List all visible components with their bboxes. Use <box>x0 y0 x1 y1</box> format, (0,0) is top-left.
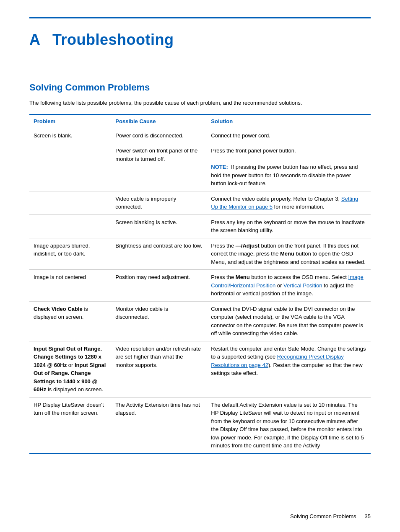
bold-menu2: Menu <box>236 274 250 280</box>
solution-cell: The default Activity Extension value is … <box>207 397 371 453</box>
table-row: Power switch on front panel of the monit… <box>29 143 371 191</box>
cause-cell: Video resolution and/or refresh rate are… <box>111 341 207 397</box>
solution-cell: Connect the power cord. <box>207 128 371 143</box>
link-preset-display[interactable]: Recognizing Preset Display Resolutions o… <box>211 354 344 368</box>
table-row: Video cable is improperly connected. Con… <box>29 191 371 214</box>
cause-cell: Position may need adjustment. <box>111 270 207 302</box>
problem-cell <box>29 214 111 238</box>
table-row: HP Display LiteSaver doesn't turn off th… <box>29 397 371 453</box>
problem-cell: Image is not centered <box>29 270 111 302</box>
footer-label: Solving Common Problems <box>290 513 356 519</box>
section-title: Solving Common Problems <box>29 82 371 93</box>
table-row: Check Video Cable is displayed on screen… <box>29 301 371 341</box>
chapter-letter: A <box>29 31 41 48</box>
problem-cell: Image appears blurred, indistinct, or to… <box>29 238 111 270</box>
cause-cell: Power switch on front panel of the monit… <box>111 143 207 191</box>
table-row: Input Signal Out of Range. Change Settin… <box>29 341 371 397</box>
problem-cell <box>29 143 111 191</box>
solution-cell: Connect the video cable properly. Refer … <box>207 191 371 214</box>
bold-check-video: Check Video Cable <box>34 306 83 312</box>
problem-cell: Input Signal Out of Range. Change Settin… <box>29 341 111 397</box>
solution-cell: Connect the DVI-D signal cable to the DV… <box>207 301 371 341</box>
chapter-title-text: Troubleshooting <box>52 31 174 48</box>
problem-cell: Screen is blank. <box>29 128 111 143</box>
table-row: Screen is blank. Power cord is disconnec… <box>29 128 371 143</box>
cause-cell: The Activity Extension time has not elap… <box>111 397 207 453</box>
link-vertical-position[interactable]: Vertical Position <box>283 282 322 289</box>
bold-adjust: —/Adjust <box>236 243 260 249</box>
problem-cell: Check Video Cable is displayed on screen… <box>29 301 111 341</box>
problem-cell: HP Display LiteSaver doesn't turn off th… <box>29 397 111 453</box>
section-intro: The following table lists possible probl… <box>29 99 371 107</box>
cause-cell: Monitor video cable is disconnected. <box>111 301 207 341</box>
cause-cell: Brightness and contrast are too low. <box>111 238 207 270</box>
link-setting-up-monitor[interactable]: Setting Up the Monitor on page 5 <box>211 196 358 210</box>
solution-cell: Press the —/Adjust button on the front p… <box>207 238 371 270</box>
solution-cell: Press any key on the keyboard or move th… <box>207 214 371 238</box>
note-label: NOTE: <box>211 164 228 170</box>
problem-cell <box>29 191 111 214</box>
table-row: Image is not centered Position may need … <box>29 270 371 302</box>
page: A Troubleshooting Solving Common Problem… <box>0 0 400 532</box>
problems-table-wrapper: Problem Possible Cause Solution Screen i… <box>29 114 371 454</box>
bold-menu: Menu <box>280 251 294 257</box>
cause-cell: Screen blanking is active. <box>111 214 207 238</box>
header-solution: Solution <box>207 115 371 128</box>
top-border <box>29 17 371 18</box>
cause-cell: Video cable is improperly connected. <box>111 191 207 214</box>
footer-page: 35 <box>365 513 371 519</box>
header-cause: Possible Cause <box>111 115 207 128</box>
solution-cell: Restart the computer and enter Safe Mode… <box>207 341 371 397</box>
table-row: Image appears blurred, indistinct, or to… <box>29 238 371 270</box>
footer: Solving Common Problems 35 <box>290 513 371 519</box>
table-row: Screen blanking is active. Press any key… <box>29 214 371 238</box>
solution-cell: Press the front panel power button. NOTE… <box>207 143 371 191</box>
table-header-row: Problem Possible Cause Solution <box>29 115 371 128</box>
chapter-title: A Troubleshooting <box>29 31 371 49</box>
header-problem: Problem <box>29 115 111 128</box>
cause-cell: Power cord is disconnected. <box>111 128 207 143</box>
solution-cell: Press the Menu button to access the OSD … <box>207 270 371 302</box>
problems-table: Problem Possible Cause Solution Screen i… <box>29 115 371 453</box>
